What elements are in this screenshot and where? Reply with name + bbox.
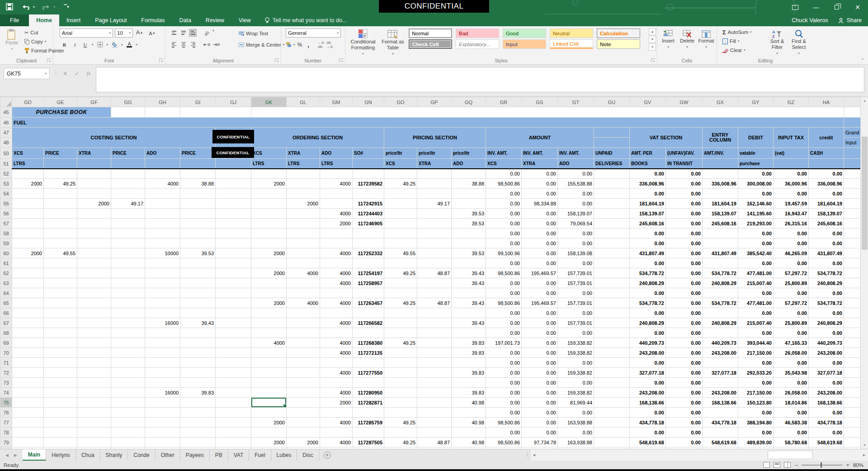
- subheader-GS51[interactable]: XTRA: [522, 159, 558, 169]
- cell-GM52[interactable]: [320, 169, 353, 179]
- cell-GG72[interactable]: [111, 368, 145, 378]
- underline-dropdown-icon[interactable]: ▾: [92, 43, 94, 47]
- cell-GR71[interactable]: 0.00: [486, 358, 522, 368]
- cell-HA69[interactable]: 440,209.73: [809, 338, 844, 348]
- cell-GM66[interactable]: [320, 308, 353, 318]
- cell-GK64[interactable]: [251, 288, 287, 298]
- cell-GG64[interactable]: [111, 288, 145, 298]
- cell-GV70[interactable]: 243,208.00: [630, 348, 666, 358]
- cell-GH57[interactable]: [145, 219, 180, 228]
- name-box-splitter[interactable]: ⋮: [53, 69, 59, 75]
- cell-GP72[interactable]: [417, 368, 452, 378]
- cell-GU69[interactable]: [594, 338, 630, 348]
- subheader-GU51[interactable]: DELIVERIES: [594, 159, 630, 169]
- cell-GD62[interactable]: [12, 268, 44, 278]
- cell-GP79[interactable]: 48.87: [417, 438, 452, 447]
- cell-GN79[interactable]: 117287505: [353, 438, 384, 447]
- cell-GE75[interactable]: [44, 398, 77, 408]
- cell-GV66[interactable]: 0.00: [630, 308, 666, 318]
- cell-GL65[interactable]: 4000: [287, 298, 320, 308]
- cell-GH61[interactable]: [145, 258, 180, 268]
- cell-partial-76[interactable]: [844, 408, 861, 418]
- cell-GN60[interactable]: 117252332: [353, 248, 384, 258]
- grow-font-button[interactable]: A▲: [136, 29, 143, 36]
- cell-GR65[interactable]: 98,500.86: [486, 298, 522, 308]
- cell-GO59[interactable]: [384, 238, 417, 248]
- cell-GU78[interactable]: [594, 428, 630, 438]
- cell-GQ66[interactable]: [452, 308, 486, 318]
- page-break-view-icon[interactable]: [784, 462, 791, 468]
- cell-GI56[interactable]: [180, 209, 216, 219]
- row-header-52[interactable]: 52: [0, 169, 12, 179]
- decrease-decimal-button[interactable]: .00→.0: [326, 41, 333, 48]
- cell-GJ65[interactable]: [216, 298, 251, 308]
- cell-GW75[interactable]: 0.00: [666, 398, 703, 408]
- cell-GZ73[interactable]: 0.00: [774, 378, 809, 388]
- cell-GX71[interactable]: [703, 358, 738, 368]
- cell-GM67[interactable]: 4000: [320, 318, 353, 328]
- cell-GZ55[interactable]: 19,457.59: [774, 199, 809, 209]
- scroll-left-icon[interactable]: ◀: [530, 451, 538, 459]
- cell-GV57[interactable]: 245,608.16: [630, 219, 666, 228]
- cell-GS70[interactable]: 0.00: [522, 348, 558, 358]
- cell-GJ58[interactable]: [216, 228, 251, 238]
- cell-GN52[interactable]: [353, 169, 384, 179]
- insert-function-icon[interactable]: fx: [83, 68, 94, 79]
- cell-GO69[interactable]: 49.25: [384, 338, 417, 348]
- cell-GS60[interactable]: 0.00: [522, 248, 558, 258]
- column-header-GX[interactable]: GX: [703, 97, 738, 107]
- column-header-GG[interactable]: GG: [111, 97, 145, 107]
- cell-GD73[interactable]: [12, 378, 44, 388]
- cell-GF56[interactable]: [77, 209, 111, 219]
- cell-partial-74[interactable]: [844, 388, 861, 398]
- cell-GS59[interactable]: 0.00: [522, 238, 558, 248]
- cell-GL68[interactable]: [287, 328, 320, 338]
- row-header-65[interactable]: 65: [0, 298, 12, 308]
- cell-GE56[interactable]: [44, 209, 77, 219]
- collapse-ribbon-icon[interactable]: ⌃: [861, 57, 864, 62]
- section-credit[interactable]: credit: [809, 128, 844, 148]
- cell-GQ63[interactable]: 39.43: [452, 278, 486, 288]
- cell-GI77[interactable]: [180, 418, 216, 428]
- cell-GX57[interactable]: 245,608.16: [703, 219, 738, 228]
- cell-GP57[interactable]: [417, 219, 452, 228]
- cell-GK70[interactable]: [251, 348, 287, 358]
- cell-GO67[interactable]: [384, 318, 417, 328]
- cell-partial-78[interactable]: [844, 428, 861, 438]
- cell-GU63[interactable]: [594, 278, 630, 288]
- tab-file[interactable]: File: [0, 14, 29, 26]
- comma-style-button[interactable]: ,: [305, 41, 312, 48]
- cell-GQ58[interactable]: [452, 228, 486, 238]
- cell-partial-68[interactable]: [844, 328, 861, 338]
- zoom-out-icon[interactable]: −: [794, 461, 798, 469]
- cell-GU73[interactable]: [594, 378, 630, 388]
- cell-GX68[interactable]: [703, 328, 738, 338]
- subheader-GO50[interactable]: price/ltr: [384, 148, 417, 159]
- cell-HA73[interactable]: 0.00: [809, 378, 844, 388]
- column-header-GM[interactable]: GM: [320, 97, 353, 107]
- cell-GY53[interactable]: 300,008.00: [738, 179, 774, 189]
- cell-GQ57[interactable]: 39.53: [452, 219, 486, 228]
- cell-GY61[interactable]: 0.00: [738, 258, 774, 268]
- cell-GR56[interactable]: 0.00: [486, 209, 522, 219]
- cell-GW74[interactable]: 0.00: [666, 388, 703, 398]
- cell-GS53[interactable]: 0.00: [522, 179, 558, 189]
- cell-GH59[interactable]: [145, 238, 180, 248]
- column-header-GU[interactable]: GU: [594, 97, 630, 107]
- cell-GP52[interactable]: [417, 169, 452, 179]
- cell-GE69[interactable]: [44, 338, 77, 348]
- cell-GZ65[interactable]: 57,297.72: [774, 298, 809, 308]
- cell-GN57[interactable]: 117246905: [353, 219, 384, 228]
- wrap-text-button[interactable]: Wrap Text: [237, 29, 270, 38]
- cell-GF67[interactable]: [77, 318, 111, 328]
- cell-GL69[interactable]: [287, 338, 320, 348]
- subheader-GL50[interactable]: XTRA: [287, 148, 320, 159]
- cell-GD69[interactable]: [12, 338, 44, 348]
- subheader-GJ51[interactable]: [216, 159, 251, 169]
- cell-GH54[interactable]: [145, 189, 180, 199]
- row-header-54[interactable]: 54: [0, 189, 12, 199]
- cell-GF76[interactable]: [77, 408, 111, 418]
- cell-GV58[interactable]: 0.00: [630, 228, 666, 238]
- cell-GP65[interactable]: 48.87: [417, 298, 452, 308]
- scroll-up-icon[interactable]: ▲: [861, 97, 868, 105]
